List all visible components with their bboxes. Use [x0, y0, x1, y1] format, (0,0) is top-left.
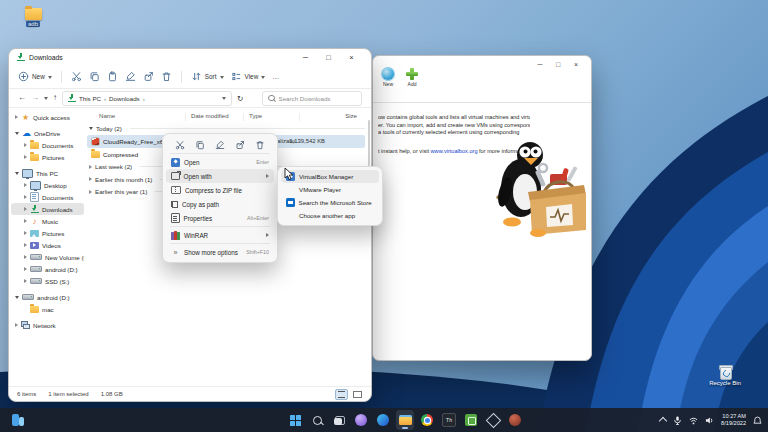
submenu-item-choose-another-app[interactable]: Choose another app	[281, 209, 379, 222]
back-button[interactable]: ←	[18, 93, 26, 103]
chevron-right-icon[interactable]	[24, 219, 27, 223]
taskbar-app-cortana[interactable]	[352, 410, 370, 430]
sidebar-item-android-d[interactable]: android (D:)	[11, 291, 84, 303]
column-date[interactable]: Date modified	[191, 112, 229, 119]
vbox-new-button[interactable]: New	[380, 68, 396, 87]
sidebar-item-onedrive[interactable]: OneDrive	[11, 127, 84, 139]
chevron-right-icon[interactable]	[24, 231, 27, 235]
column-type[interactable]: Type	[249, 112, 262, 119]
taskbar-app-th[interactable]: Th	[440, 410, 458, 430]
vbox-maximize-button[interactable]: □	[549, 59, 567, 71]
sidebar-item-videos[interactable]: Videos	[11, 239, 84, 251]
sidebar-item-new-volume-c[interactable]: New Volume (C:)	[11, 251, 84, 263]
sidebar-item-network[interactable]: Network	[11, 319, 84, 331]
menu-item-winrar[interactable]: WinRAR	[166, 228, 274, 242]
menu-item-copy-as-path[interactable]: Copy as path	[166, 197, 274, 211]
breadcrumb-downloads[interactable]: Downloads	[109, 95, 140, 102]
chevron-right-icon[interactable]	[24, 207, 27, 211]
submenu-item-vmware-player[interactable]: VMware Player	[281, 183, 379, 196]
microphone-icon[interactable]	[673, 416, 682, 425]
sidebar-item-this-pc[interactable]: This PC	[11, 167, 84, 179]
share-icon[interactable]	[143, 71, 154, 82]
chevron-down-icon[interactable]	[15, 172, 19, 175]
chevron-right-icon[interactable]	[24, 143, 27, 147]
desktop-folder-icon[interactable]: adb	[10, 8, 56, 27]
minimize-button[interactable]: ─	[294, 50, 317, 65]
up-button[interactable]: ↑	[53, 93, 57, 103]
chevron-right-icon[interactable]	[24, 255, 27, 259]
sidebar-item-pictures[interactable]: Pictures	[11, 227, 84, 239]
taskbar-clock[interactable]: 10:27 AM 8/19/2022	[721, 413, 746, 426]
taskbar-app-green[interactable]	[462, 410, 480, 430]
cut-icon[interactable]	[71, 71, 82, 82]
menu-item-open[interactable]: OpenEnter	[166, 155, 274, 169]
paste-icon[interactable]	[107, 71, 118, 82]
explorer-titlebar[interactable]: Downloads ─ □ ×	[9, 49, 371, 65]
chevron-down-icon[interactable]	[15, 296, 19, 299]
taskbar-app-start[interactable]	[286, 410, 304, 430]
close-button[interactable]: ×	[340, 50, 363, 65]
rename-icon[interactable]	[215, 140, 225, 150]
notifications-bell-icon[interactable]	[753, 416, 762, 425]
sidebar-item-quick-access[interactable]: Quick access	[11, 111, 84, 123]
vbox-minimize-button[interactable]: ─	[531, 59, 549, 71]
copy-icon[interactable]	[89, 71, 100, 82]
speaker-icon[interactable]	[705, 416, 714, 425]
column-size[interactable]: Size	[303, 112, 357, 119]
menu-item-show-more-options[interactable]: Show more optionsShift+F10	[166, 245, 274, 259]
virtualbox-org-link[interactable]: www.virtualbox.org	[431, 148, 478, 154]
see-more-button[interactable]: …	[272, 73, 280, 80]
scrollbar[interactable]	[368, 120, 371, 166]
sidebar-item-documents[interactable]: Documents	[11, 139, 84, 151]
delete-icon[interactable]	[255, 140, 265, 150]
sidebar-item-ssd-s[interactable]: SSD (S:)	[11, 275, 84, 287]
taskbar-app-search[interactable]	[308, 410, 326, 430]
recycle-bin-icon[interactable]: Recycle Bin	[702, 364, 748, 386]
menu-item-compress-to-zip-file[interactable]: Compress to ZIP file	[166, 183, 274, 197]
taskbar-app-poly[interactable]	[484, 410, 502, 430]
refresh-icon[interactable]: ↻	[237, 94, 243, 103]
chevron-right-icon[interactable]	[24, 155, 27, 159]
address-dropdown-icon[interactable]	[222, 97, 226, 100]
taskbar-app-red[interactable]	[506, 410, 524, 430]
rename-icon[interactable]	[125, 71, 136, 82]
new-button[interactable]: New	[18, 71, 52, 82]
chevron-right-icon[interactable]	[24, 243, 27, 247]
taskbar-app-explorer[interactable]	[396, 410, 414, 430]
recent-locations-icon[interactable]	[44, 97, 48, 100]
menu-item-properties[interactable]: PropertiesAlt+Enter	[166, 211, 274, 225]
taskbar-app-edge[interactable]	[374, 410, 392, 430]
sidebar-item-android-d[interactable]: android (D:)	[11, 263, 84, 275]
chevron-right-icon[interactable]	[24, 267, 27, 271]
cut-icon[interactable]	[175, 140, 185, 150]
sidebar-item-mac[interactable]: mac	[11, 303, 84, 315]
vbox-add-button[interactable]: Add	[404, 68, 420, 87]
copy-icon[interactable]	[195, 140, 205, 150]
wifi-icon[interactable]	[689, 416, 698, 425]
column-name[interactable]: Name	[99, 112, 115, 119]
sidebar-item-pictures[interactable]: Pictures	[11, 151, 84, 163]
breadcrumb-this-pc[interactable]: This PC	[79, 95, 101, 102]
thumbnail-view-toggle[interactable]	[352, 390, 363, 399]
taskbar-app-taskview[interactable]	[330, 410, 348, 430]
view-button[interactable]: View	[231, 71, 266, 82]
details-view-toggle[interactable]	[335, 389, 348, 400]
maximize-button[interactable]: □	[317, 50, 340, 65]
submenu-item-search-the-microsoft-store[interactable]: Search the Microsoft Store	[281, 196, 379, 209]
search-box[interactable]: Search Downloads	[262, 91, 362, 106]
sort-button[interactable]: Sort	[191, 71, 224, 82]
vbox-close-button[interactable]: ×	[567, 59, 585, 71]
sidebar-item-documents[interactable]: Documents	[11, 191, 84, 203]
delete-icon[interactable]	[161, 71, 172, 82]
share-icon[interactable]	[235, 140, 245, 150]
chevron-right-icon[interactable]	[24, 279, 27, 283]
taskbar-app-chrome[interactable]	[418, 410, 436, 430]
chevron-right-icon[interactable]	[15, 323, 18, 327]
hidden-icons-chevron[interactable]	[659, 417, 667, 425]
chevron-right-icon[interactable]	[15, 115, 18, 119]
chevron-right-icon[interactable]	[24, 183, 27, 187]
widgets-icon[interactable]	[12, 414, 24, 426]
forward-button[interactable]: →	[31, 93, 39, 103]
sidebar-item-desktop[interactable]: Desktop	[11, 179, 84, 191]
breadcrumb[interactable]: This PC › Downloads ›	[62, 91, 232, 106]
